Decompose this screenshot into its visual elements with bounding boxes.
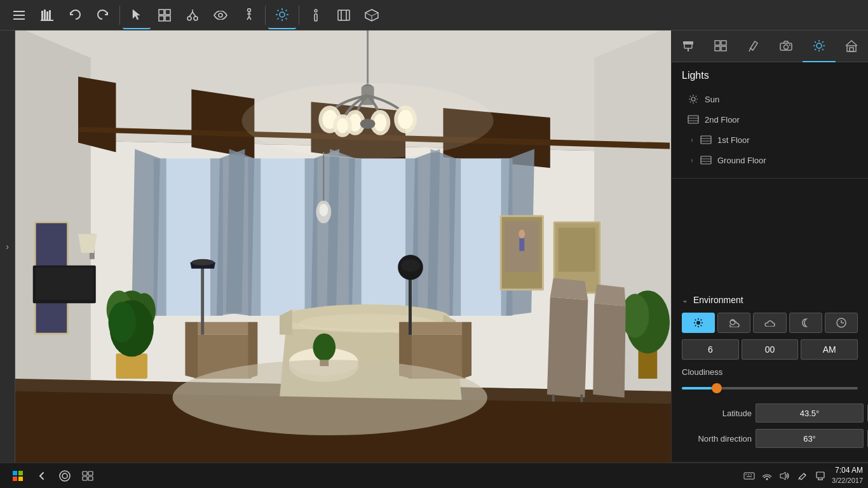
svg-line-34 xyxy=(372,13,378,16)
expand-tool-icon[interactable] xyxy=(330,1,358,29)
svg-point-151 xyxy=(784,44,789,49)
sun-tool-icon[interactable] xyxy=(268,1,296,29)
scissors-tool-icon[interactable] xyxy=(179,1,207,29)
svg-rect-11 xyxy=(165,16,170,21)
network-icon[interactable] xyxy=(761,470,773,482)
light-item-2nd-floor[interactable]: 2nd Floor xyxy=(682,109,858,130)
notification-icon[interactable] xyxy=(814,470,827,482)
panel-sun-icon[interactable] xyxy=(803,30,836,62)
panel-pen-icon[interactable] xyxy=(737,30,770,62)
keyboard-icon[interactable] xyxy=(743,470,756,482)
back-button[interactable] xyxy=(31,464,53,487)
north-direction-input[interactable] xyxy=(756,429,864,448)
svg-rect-9 xyxy=(165,10,170,15)
svg-rect-124 xyxy=(116,353,147,379)
svg-marker-54 xyxy=(226,149,255,315)
time-period[interactable]: AM xyxy=(801,339,858,360)
svg-line-25 xyxy=(286,18,287,19)
svg-rect-163 xyxy=(850,48,853,51)
1st-floor-label: 1st Floor xyxy=(717,135,750,145)
redo-icon[interactable] xyxy=(89,1,117,29)
panel-home-icon[interactable] xyxy=(836,30,869,62)
task-view-button[interactable] xyxy=(76,464,99,487)
svg-point-12 xyxy=(187,17,191,20)
menu-icon[interactable] xyxy=(5,1,33,29)
svg-rect-0 xyxy=(13,11,25,12)
svg-line-212 xyxy=(804,473,806,475)
svg-rect-2 xyxy=(13,18,25,20)
env-btn-night[interactable] xyxy=(789,313,822,333)
panel-camera-icon[interactable] xyxy=(770,30,803,62)
viewport[interactable] xyxy=(15,30,671,463)
light-item-1st-floor[interactable]: › 1st Floor xyxy=(682,130,858,150)
lights-title: Lights xyxy=(682,70,858,81)
volume-icon[interactable] xyxy=(778,470,791,482)
svg-point-17 xyxy=(219,13,222,17)
env-btn-clear[interactable] xyxy=(682,313,715,333)
cloudiness-slider[interactable] xyxy=(682,382,858,395)
light-item-sun[interactable]: Sun xyxy=(682,89,858,109)
floor-ground-icon xyxy=(700,154,712,166)
walk-tool-icon[interactable] xyxy=(234,1,262,29)
svg-rect-179 xyxy=(701,156,711,164)
svg-line-172 xyxy=(690,102,691,102)
svg-rect-195 xyxy=(13,471,17,475)
svg-marker-136 xyxy=(593,303,626,398)
svg-point-210 xyxy=(766,478,768,480)
svg-line-24 xyxy=(278,10,279,11)
svg-rect-1 xyxy=(13,15,25,16)
svg-point-119 xyxy=(401,259,420,272)
svg-point-82 xyxy=(319,204,328,217)
svg-rect-143 xyxy=(683,41,693,44)
svg-marker-211 xyxy=(780,472,785,480)
svg-point-18 xyxy=(248,8,251,11)
taskbar: 7:04 AM 3/22/2017 xyxy=(0,463,868,488)
pointer-tool-icon[interactable] xyxy=(123,1,151,29)
svg-point-128 xyxy=(313,334,336,362)
library-icon[interactable] xyxy=(33,1,61,29)
svg-line-15 xyxy=(193,12,196,17)
svg-rect-152 xyxy=(789,44,790,46)
svg-rect-204 xyxy=(88,477,93,480)
main-area: › xyxy=(0,30,868,463)
latitude-input[interactable] xyxy=(756,403,864,423)
svg-point-86 xyxy=(519,229,525,238)
svg-marker-59 xyxy=(327,149,355,315)
time-hour[interactable]: 6 xyxy=(682,339,739,360)
environment-header[interactable]: ⌄ Environment xyxy=(682,295,858,305)
svg-marker-133 xyxy=(550,278,588,301)
svg-point-116 xyxy=(191,259,214,266)
svg-rect-8 xyxy=(159,10,164,15)
env-btn-clock[interactable] xyxy=(825,313,858,333)
separator-3 xyxy=(299,6,299,25)
panel-hammer-icon[interactable] xyxy=(672,30,705,62)
cube-tool-icon[interactable] xyxy=(358,1,386,29)
slider-thumb[interactable] xyxy=(712,383,722,393)
time-minutes[interactable]: 00 xyxy=(742,339,799,360)
left-nav[interactable]: › xyxy=(0,30,15,463)
lights-section: Lights Sun xyxy=(672,62,868,179)
grid-tool-icon[interactable] xyxy=(151,1,179,29)
right-panel: Lights Sun xyxy=(671,30,868,463)
svg-rect-4 xyxy=(44,10,46,20)
north-direction-row: North direction − + xyxy=(682,429,858,448)
undo-icon[interactable] xyxy=(61,1,89,29)
svg-marker-132 xyxy=(547,297,588,397)
ground-floor-expand-icon[interactable]: › xyxy=(687,155,697,165)
left-nav-arrow-icon[interactable]: › xyxy=(6,241,9,252)
latitude-label: Latitude xyxy=(682,409,752,418)
time-display: 6 00 AM xyxy=(682,339,858,360)
eye-tool-icon[interactable] xyxy=(207,1,234,29)
svg-line-159 xyxy=(822,49,824,50)
env-time-buttons xyxy=(682,313,858,333)
cortana-button[interactable] xyxy=(53,464,76,487)
info-tool-icon[interactable] xyxy=(302,1,330,29)
1st-floor-expand-icon[interactable]: › xyxy=(687,135,697,145)
start-button[interactable] xyxy=(5,464,31,487)
svg-point-164 xyxy=(691,97,695,101)
env-btn-cloudy[interactable] xyxy=(753,313,786,333)
light-item-ground-floor[interactable]: › Ground Floor xyxy=(682,150,858,170)
env-btn-partly-cloudy[interactable] xyxy=(717,313,750,333)
pen-icon[interactable] xyxy=(796,470,809,482)
panel-grid-icon[interactable] xyxy=(705,30,738,62)
